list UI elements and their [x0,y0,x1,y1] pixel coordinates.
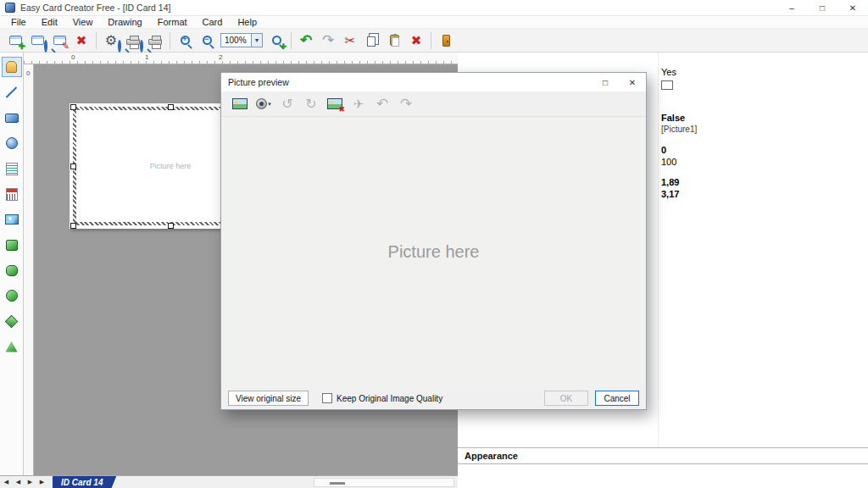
green-shape-icon [5,314,19,328]
property-checkbox[interactable] [661,80,673,90]
last-icon: ▶ [40,479,44,485]
zoom-out-icon: − [203,36,212,45]
menu-card[interactable]: Card [195,17,231,27]
view-original-size-button[interactable]: View original size [228,391,309,406]
dropdown-icon[interactable]: ▾ [268,101,271,108]
window-title: Easy Card Creator Free - [ID Card 14] [20,3,170,13]
hand-tool[interactable] [2,57,22,77]
zoom-custom-button[interactable]: ✚ [265,30,287,51]
edit-card-button[interactable]: ✎ [48,30,70,51]
text-tool[interactable] [2,158,22,179]
line-tool[interactable] [2,82,22,103]
open-image-button[interactable] [228,93,252,115]
property-value-100[interactable]: 100 [661,157,676,167]
selection-handle[interactable] [168,104,174,110]
print-preview-button[interactable] [122,30,144,51]
remove-image-button[interactable]: ✖ [323,93,347,115]
preview-placeholder-text: Picture here [388,242,480,262]
paste-button[interactable] [383,30,405,51]
green-shape-tool-1[interactable] [2,235,22,255]
property-value-height[interactable]: 3,17 [661,189,679,199]
menu-help[interactable]: Help [230,17,264,27]
toolbar-separator [96,32,97,49]
redo-button[interactable]: ↷ [317,30,339,51]
close-button[interactable]: ✕ [837,0,868,15]
rotate-right-button[interactable]: ↻ [299,93,323,115]
property-value-yes[interactable]: Yes [661,67,676,77]
undo-button[interactable]: ↶ [295,30,317,51]
print-button[interactable] [144,30,166,51]
dialog-maximize-button[interactable]: □ [592,73,619,92]
crop-button[interactable]: ✈ [347,93,370,115]
menu-file[interactable]: File [3,17,34,27]
green-shape-icon [6,341,18,352]
hand-icon [6,61,17,73]
copy-button[interactable] [361,30,383,51]
zoom-out-button[interactable]: − [196,30,218,51]
property-value-0[interactable]: 0 [661,145,666,155]
minimize-button[interactable]: – [776,0,807,15]
keep-quality-label[interactable]: Keep Original Image Quality [337,394,442,403]
ellipse-tool[interactable] [2,133,22,153]
green-shape-tool-5[interactable] [2,336,22,357]
ruler-mark: 2 [219,53,222,61]
cut-button[interactable]: ✂ [339,30,361,51]
magnifier-icon [140,40,143,53]
rectangle-tool[interactable] [2,108,22,128]
dropdown-icon[interactable]: ▾ [251,34,262,47]
delete-button[interactable]: ✖ [405,30,427,51]
exit-button[interactable] [435,30,457,51]
menu-view[interactable]: View [65,17,101,27]
selection-handle[interactable] [70,104,76,110]
exit-door-icon [442,35,450,47]
image-tool[interactable] [2,209,22,230]
green-shape-tool-2[interactable] [2,260,22,280]
rotate-left-button[interactable]: ↺ [275,93,299,115]
dialog-close-button[interactable]: ✕ [619,73,646,92]
window-controls: – □ ✕ [776,0,868,15]
selection-handle[interactable] [168,223,174,229]
green-shape-tool-4[interactable] [2,311,22,331]
find-card-button[interactable] [26,30,48,51]
ellipse-icon [6,137,18,149]
menu-edit[interactable]: Edit [34,17,65,27]
horizontal-scrollbar[interactable] [314,478,454,487]
selection-handle[interactable] [70,223,76,229]
maximize-button[interactable]: □ [807,0,837,15]
first-card-button[interactable]: ◀ [1,477,12,488]
cancel-button[interactable]: Cancel [595,391,639,406]
delete-card-button[interactable]: ✖ [70,30,92,51]
previous-icon: ◀ [16,479,20,485]
selection-handle[interactable] [70,164,76,169]
dialog-redo-button[interactable]: ↷ [394,93,418,115]
menu-drawing[interactable]: Drawing [100,17,149,27]
previous-card-button[interactable]: ◀ [13,477,24,488]
last-card-button[interactable]: ▶ [36,477,47,488]
scrollbar-thumb[interactable] [330,482,345,485]
next-card-button[interactable]: ▶ [25,477,36,488]
toolbar-separator [291,32,292,49]
property-value-picture1[interactable]: [Picture1] [661,125,697,134]
keep-quality-checkbox[interactable] [322,393,332,403]
main-toolbar: ✚ ✎ ✖ ⚙ + − 100 [0,29,868,53]
zoom-combobox[interactable]: 100% ▾ [220,33,263,47]
capture-webcam-button[interactable]: ▾ [252,93,275,115]
property-value-width[interactable]: 1,89 [661,177,679,187]
ruler-mark: 0 [71,53,75,61]
dialog-undo-button[interactable]: ↶ [370,93,394,115]
green-shape-tool-3[interactable] [2,286,22,306]
card-settings-button[interactable]: ⚙ [100,30,122,51]
close-icon: ✕ [629,78,636,87]
menu-format[interactable]: Format [150,17,195,27]
add-card-button[interactable]: ✚ [4,30,26,51]
property-value-false[interactable]: False [661,113,685,123]
tab-id-card-14[interactable]: ID Card 14 [53,476,116,488]
picture-preview-dialog: Picture preview □ ✕ ▾ ↺ ↻ ✖ [220,72,647,410]
next-icon: ▶ [28,479,32,485]
ok-button[interactable]: OK [544,391,588,406]
zoom-in-button[interactable]: + [174,30,196,51]
appearance-section-header[interactable]: Appearance [458,447,868,464]
plus-icon: ✚ [280,43,287,51]
barcode-tool[interactable] [2,184,22,204]
delete-icon: ✖ [76,34,87,47]
